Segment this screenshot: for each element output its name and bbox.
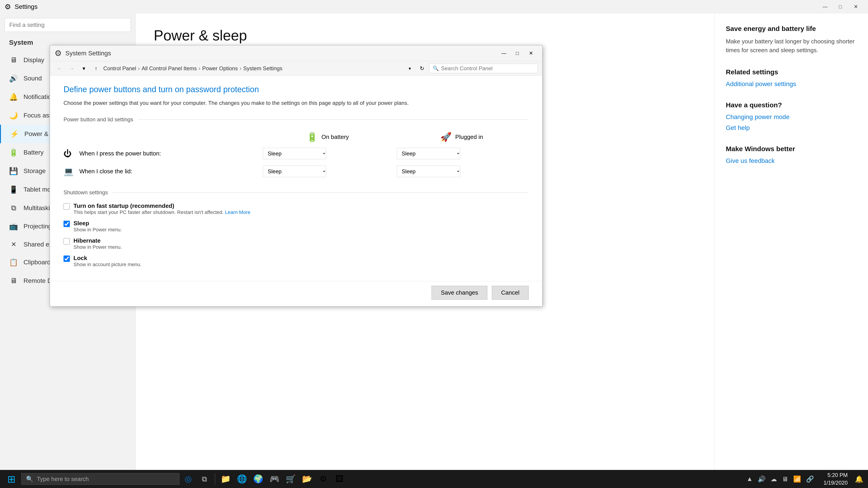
system-settings-dialog: ⚙ System Settings — □ ✕ ← → ▾ ↑ Control … (50, 45, 542, 306)
breadcrumb-sep-3: › (240, 65, 241, 72)
lid-row-label: When I close the lid: (79, 168, 132, 175)
power-button-plugged-in-select[interactable]: Sleep Do nothing Hibernate Shut down Tur… (397, 148, 460, 159)
dialog-minimize-button[interactable]: — (497, 47, 510, 59)
hibernate-main-label: Hibernate (73, 237, 122, 244)
dialog-maximize-button[interactable]: □ (510, 47, 524, 59)
power-button-on-battery-select[interactable]: Sleep Do nothing Hibernate Shut down Tur… (263, 148, 326, 159)
hibernate-sub-label: Show in Power menu. (73, 244, 122, 250)
section-line (138, 120, 529, 120)
checkbox-fast-startup: Turn on fast startup (recommended) This … (64, 202, 529, 215)
search-control-panel-input[interactable] (441, 65, 534, 72)
breadcrumb-sep-2: › (199, 65, 200, 72)
dialog-close-button[interactable]: ✕ (524, 47, 538, 59)
breadcrumb-sep-1: › (138, 65, 140, 72)
breadcrumb-item-system[interactable]: System Settings (243, 65, 282, 72)
fast-startup-sub-label: This helps start your PC faster after sh… (73, 209, 250, 215)
shutdown-divider: Shutdown settings (64, 189, 529, 196)
fast-startup-label-group: Turn on fast startup (recommended) This … (73, 202, 250, 215)
table-row-power-button: ⏻ When I press the power button: Sleep D… (64, 144, 529, 162)
checkbox-sleep: Sleep Show in Power menu. (64, 220, 529, 233)
sleep-checkbox[interactable] (64, 221, 70, 227)
on-battery-header: 🔋 On battery (265, 132, 390, 142)
breadcrumb-item-cp[interactable]: Control Panel (103, 65, 136, 72)
plugged-in-header: 🚀 Plugged in (399, 132, 524, 142)
breadcrumb: Control Panel › All Control Panel Items … (103, 65, 403, 72)
lock-label-group: Lock Show in account picture menu. (73, 255, 142, 267)
forward-button[interactable]: → (67, 64, 76, 73)
section-divider: Power button and lid settings (64, 116, 529, 123)
sleep-label-group: Sleep Show in Power menu. (73, 220, 122, 233)
dialog-title-bar: ⚙ System Settings — □ ✕ (50, 45, 542, 61)
checkbox-hibernate: Hibernate Show in Power menu. (64, 237, 529, 250)
search-box: 🔍 (429, 64, 538, 73)
battery-header-icon: 🔋 (307, 132, 318, 142)
cancel-button[interactable]: Cancel (492, 286, 529, 300)
shutdown-section-label: Shutdown settings (64, 189, 108, 196)
dialog-description: Choose the power settings that you want … (64, 99, 529, 107)
lock-sub-label: Show in account picture menu. (73, 262, 142, 267)
dialog-footer: Save changes Cancel (50, 281, 542, 306)
plugged-in-label: Plugged in (455, 133, 483, 140)
nav-bar: ← → ▾ ↑ Control Panel › All Control Pane… (50, 61, 542, 76)
back-button[interactable]: ← (55, 64, 64, 73)
sleep-sub-label: Show in Power menu. (73, 227, 122, 233)
sleep-main-label: Sleep (73, 220, 122, 227)
dialog-overlay: ⚙ System Settings — □ ✕ ← → ▾ ↑ Control … (0, 0, 868, 488)
fast-startup-checkbox[interactable] (64, 203, 70, 210)
dialog-title: ⚙ System Settings (55, 48, 111, 58)
power-table: 🔋 On battery 🚀 Plugged in (64, 129, 529, 180)
rocket-header-icon: 🚀 (440, 132, 452, 142)
power-button-section-label: Power button and lid settings (64, 116, 133, 123)
dialog-content: Define power buttons and turn on passwor… (50, 76, 542, 281)
save-changes-button[interactable]: Save changes (432, 286, 487, 300)
table-row-lid: 💻 When I close the lid: Sleep Do nothing… (64, 162, 529, 180)
dialog-main-title: Define power buttons and turn on passwor… (64, 85, 529, 94)
dialog-controls: — □ ✕ (497, 47, 538, 59)
dropdown-button[interactable]: ▾ (79, 64, 89, 73)
hibernate-label-group: Hibernate Show in Power menu. (73, 237, 122, 250)
on-battery-label: On battery (321, 133, 349, 140)
power-button-row-icon: ⏻ (64, 149, 75, 158)
lid-on-battery-select[interactable]: Sleep Do nothing Hibernate Shut down (263, 166, 326, 177)
breadcrumb-item-all[interactable]: All Control Panel Items (142, 65, 197, 72)
up-button[interactable]: ↑ (91, 64, 101, 73)
dialog-title-text: System Settings (65, 50, 111, 57)
nav-address-dropdown[interactable]: ▾ (405, 64, 415, 73)
breadcrumb-item-power[interactable]: Power Options (202, 65, 238, 72)
shutdown-section: Shutdown settings Turn on fast startup (… (64, 189, 529, 267)
lock-checkbox[interactable] (64, 256, 70, 262)
refresh-button[interactable]: ↻ (417, 64, 427, 73)
power-button-section: Power button and lid settings 🔋 On batte… (64, 116, 529, 180)
lock-main-label: Lock (73, 255, 142, 262)
lid-plugged-in-select[interactable]: Sleep Do nothing Hibernate Shut down (397, 166, 460, 177)
checkbox-lock: Lock Show in account picture menu. (64, 255, 529, 267)
power-button-row-label: When I press the power button: (79, 150, 161, 157)
lid-row-icon: 💻 (64, 167, 75, 176)
hibernate-checkbox[interactable] (64, 238, 70, 245)
learn-more-link[interactable]: Learn More (225, 209, 250, 215)
fast-startup-main-label: Turn on fast startup (recommended) (73, 202, 250, 209)
search-icon: 🔍 (433, 66, 439, 71)
dialog-settings-icon: ⚙ (55, 48, 62, 58)
